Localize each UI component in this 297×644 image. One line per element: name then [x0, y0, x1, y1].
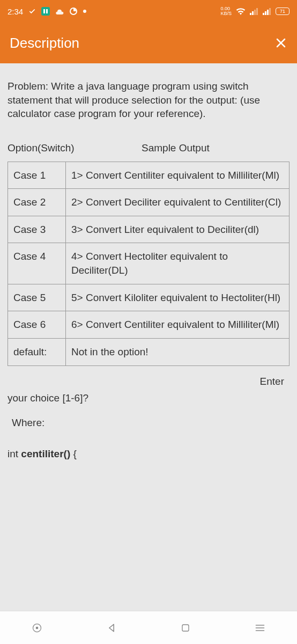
- network-speed: 0.00 KB/S: [220, 6, 232, 16]
- cloud-icon: [55, 8, 64, 14]
- table-row: default:Not in the option!: [8, 339, 289, 366]
- table-row: Case 33> Convert Liter equivalent to Dec…: [8, 216, 289, 243]
- svg-rect-1: [43, 9, 45, 13]
- svg-point-5: [83, 10, 86, 13]
- status-left: 2:34: [8, 7, 86, 16]
- columns-header: Option(Switch) Sample Output: [8, 141, 289, 155]
- sample-header: Sample Output: [142, 141, 289, 155]
- case-label: Case 4: [8, 243, 66, 284]
- case-description: 3> Convert Liter equivalent to Deciliter…: [66, 216, 289, 243]
- case-description: 2> Convert Deciliter equivalent to Centi…: [66, 189, 289, 216]
- case-label: Case 2: [8, 189, 66, 216]
- content-area: Problem: Write a java language program u…: [0, 63, 297, 468]
- nav-assistant-button[interactable]: [24, 617, 50, 639]
- svg-rect-18: [182, 625, 189, 631]
- dot-icon: [83, 10, 86, 13]
- status-time: 2:34: [8, 7, 23, 16]
- status-right: 0.00 KB/S 71: [220, 6, 289, 16]
- enter-label: Enter: [8, 375, 289, 389]
- circle-icon: [69, 7, 78, 16]
- table-row: Case 22> Convert Deciliter equivalent to…: [8, 189, 289, 216]
- svg-rect-12: [267, 10, 269, 15]
- svg-point-17: [36, 627, 38, 628]
- case-description: 5> Convert Kiloliter equivalent to Hecto…: [66, 284, 289, 311]
- status-bar: 2:34 0.00 KB/S 71: [0, 0, 297, 23]
- cases-table: Case 11> Convert Centiliter equivalent t…: [8, 162, 289, 366]
- square-home-icon: [181, 623, 190, 633]
- triangle-back-icon: [106, 623, 117, 633]
- signal-icon-2: [263, 8, 271, 15]
- svg-rect-11: [265, 11, 266, 15]
- table-row: Case 66> Convert Centiliter equivalent t…: [8, 311, 289, 339]
- table-row: Case 55> Convert Kiloliter equivalent to…: [8, 284, 289, 311]
- svg-rect-10: [263, 13, 264, 15]
- case-label: default:: [8, 339, 66, 366]
- case-label: Case 3: [8, 216, 66, 243]
- app-header: Description: [0, 23, 297, 63]
- case-label: Case 1: [8, 162, 66, 189]
- navigation-bar: [0, 611, 297, 644]
- where-label: Where:: [8, 416, 289, 430]
- signal-icon-1: [250, 8, 258, 15]
- table-row: Case 11> Convert Centiliter equivalent t…: [8, 162, 289, 189]
- case-label: Case 6: [8, 311, 66, 339]
- function-signature: int centiliter() {: [8, 447, 289, 461]
- option-header: Option(Switch): [8, 141, 142, 155]
- battery-icon: 71: [276, 8, 289, 15]
- svg-rect-0: [41, 7, 50, 16]
- table-row: Case 44> Convert Hectoliter equivalent t…: [8, 243, 289, 284]
- svg-rect-9: [256, 8, 258, 15]
- svg-rect-6: [250, 13, 251, 15]
- nav-back-button[interactable]: [98, 617, 125, 639]
- case-description: 6> Convert Centiliter equivalent to Mill…: [66, 311, 289, 339]
- svg-rect-8: [254, 10, 256, 15]
- svg-rect-7: [252, 11, 254, 15]
- nav-home-button[interactable]: [172, 617, 199, 639]
- choice-prompt: your choice [1-6]?: [8, 391, 289, 405]
- close-icon: [274, 36, 287, 49]
- app-icon: [41, 7, 50, 16]
- case-description: Not in the option!: [66, 339, 289, 366]
- case-description: 4> Convert Hectoliter equivalent to Deci…: [66, 243, 289, 284]
- page-title: Description: [10, 35, 79, 52]
- assistant-icon: [32, 623, 42, 633]
- svg-rect-2: [46, 9, 48, 13]
- case-description: 1> Convert Centiliter equivalent to Mill…: [66, 162, 289, 189]
- check-icon: [28, 8, 36, 15]
- problem-text: Problem: Write a java language program u…: [8, 79, 289, 121]
- close-button[interactable]: [274, 36, 287, 49]
- case-label: Case 5: [8, 284, 66, 311]
- nav-recents-button[interactable]: [247, 617, 273, 639]
- menu-recents-icon: [255, 624, 265, 632]
- wifi-icon: [236, 8, 246, 15]
- svg-rect-13: [269, 8, 271, 15]
